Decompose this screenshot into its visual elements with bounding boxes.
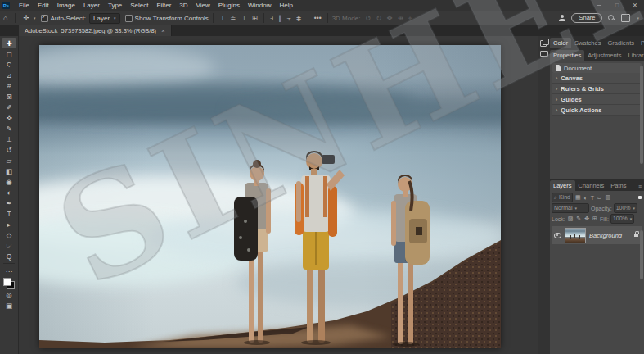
history-brush-tool[interactable]: ↺ <box>2 144 16 155</box>
tab-properties[interactable]: Properties <box>550 50 584 61</box>
fill-value[interactable]: 100%▾ <box>610 214 634 224</box>
section-canvas[interactable]: › Canvas <box>552 73 642 84</box>
lasso-tool[interactable]: Ϛ <box>2 59 16 70</box>
layers-scrollbar[interactable] <box>640 230 643 279</box>
menu-type[interactable]: Type <box>104 2 126 9</box>
filter-toggle[interactable] <box>638 196 642 199</box>
canvas-document[interactable] <box>39 45 501 348</box>
screen-mode-button[interactable]: ▣ <box>2 300 16 311</box>
quick-mask-button[interactable]: ◎ <box>2 289 16 300</box>
menu-layer[interactable]: Layer <box>79 2 104 9</box>
layer-row-background[interactable]: Background <box>552 226 642 244</box>
dodge-tool[interactable]: ◐ <box>2 187 16 197</box>
lock-all-icon[interactable]: ⊞ <box>592 216 598 222</box>
layer-thumbnail[interactable] <box>565 228 586 243</box>
maximize-button[interactable]: □ <box>608 2 626 9</box>
tab-close-icon[interactable]: × <box>161 27 165 34</box>
tab-patterns[interactable]: Patterns <box>637 38 644 48</box>
gradient-tool[interactable]: ◧ <box>2 166 16 176</box>
distribute-spacing-icon[interactable]: ⋕ <box>295 14 304 22</box>
brush-tool[interactable]: ✎ <box>2 123 16 134</box>
menu-image[interactable]: Image <box>53 2 79 9</box>
tab-gradients[interactable]: Gradients <box>604 38 637 48</box>
tab-channels[interactable]: Channels <box>575 180 608 191</box>
edit-toolbar-icon[interactable]: ⋯ <box>2 266 16 276</box>
frame-tool[interactable]: ⊠ <box>2 91 16 102</box>
zoom-tool[interactable]: Q <box>2 251 16 261</box>
opacity-value[interactable]: 100%▾ <box>614 203 637 213</box>
section-rulers-grids[interactable]: › Rulers & Grids <box>552 84 642 94</box>
filter-smart-objects-icon[interactable]: ▥ <box>604 194 611 201</box>
move-tool-preset-icon[interactable]: ✛ <box>20 14 33 22</box>
menu-filter[interactable]: Filter <box>153 2 176 9</box>
comments-icon[interactable] <box>540 50 548 57</box>
menu-view[interactable]: View <box>192 2 214 9</box>
distribute-right-icon[interactable]: ⫟ <box>285 14 292 23</box>
minimize-button[interactable]: ─ <box>590 2 608 9</box>
align-canvas-icon[interactable]: ⊞ <box>250 14 259 22</box>
blend-mode-dropdown[interactable]: Normal▾ <box>552 203 589 213</box>
lock-position-icon[interactable]: ✥ <box>583 216 590 222</box>
distribute-center-icon[interactable]: ∥ <box>277 14 283 22</box>
hand-tool[interactable]: ☞ <box>2 240 16 251</box>
pen-tool[interactable]: ✒ <box>2 197 16 208</box>
tab-adjustments[interactable]: Adjustments <box>584 50 624 61</box>
blur-tool[interactable]: ◉ <box>2 176 16 187</box>
lock-transparency-icon[interactable]: ▨ <box>567 216 574 222</box>
menu-help[interactable]: Help <box>275 2 296 9</box>
clone-stamp-tool[interactable]: ⊥ <box>2 134 16 144</box>
marquee-tool[interactable]: ◻ <box>2 48 16 59</box>
canvas-area[interactable] <box>19 36 538 354</box>
shape-tool[interactable]: ◇ <box>2 229 16 240</box>
search-icon[interactable] <box>608 15 615 22</box>
eyedropper-tool[interactable]: ✐ <box>2 102 16 112</box>
align-bottom-icon[interactable]: ⊥ <box>239 14 248 22</box>
move-tool[interactable]: ✚ <box>2 38 16 48</box>
align-middle-icon[interactable]: ≐ <box>228 14 237 22</box>
tab-paths[interactable]: Paths <box>607 180 629 191</box>
tab-layers[interactable]: Layers <box>550 180 575 191</box>
auto-select-target-dropdown[interactable]: Layer▾ <box>89 13 120 24</box>
filter-adjustment-layers-icon[interactable]: ◐ <box>583 195 588 201</box>
path-selection-tool[interactable]: ▸ <box>2 219 16 229</box>
foreground-color-swatch[interactable] <box>3 278 11 286</box>
filter-type-layers-icon[interactable]: T <box>590 195 595 201</box>
distribute-left-icon[interactable]: ⫞ <box>268 14 275 23</box>
tab-libraries[interactable]: Libraries <box>624 50 644 61</box>
more-options-icon[interactable]: ••• <box>313 14 323 22</box>
menu-window[interactable]: Window <box>244 2 275 9</box>
version-history-icon[interactable] <box>540 39 548 46</box>
healing-brush-tool[interactable]: ✜ <box>2 112 16 123</box>
auto-select-checkbox[interactable] <box>41 15 48 22</box>
section-guides[interactable]: › Guides <box>552 94 642 105</box>
home-icon[interactable]: ⌂ <box>0 14 11 22</box>
menu-file[interactable]: File <box>15 2 34 9</box>
lock-pixels-icon[interactable]: ✎ <box>575 216 582 222</box>
object-selection-tool[interactable]: ⊿ <box>2 70 16 80</box>
tab-color[interactable]: Color <box>550 38 571 48</box>
menu-edit[interactable]: Edit <box>34 2 53 9</box>
menu-3d[interactable]: 3D <box>175 2 191 9</box>
filter-shape-layers-icon[interactable]: ▱ <box>597 194 602 201</box>
layer-name[interactable]: Background <box>589 232 631 239</box>
show-transform-controls-checkbox[interactable] <box>125 15 133 22</box>
type-tool[interactable]: T <box>2 208 16 219</box>
close-button[interactable]: ✕ <box>626 2 644 9</box>
align-top-icon[interactable]: ⊤ <box>218 14 227 22</box>
layer-filter-kind-dropdown[interactable]: ⌕ Kind <box>552 193 573 202</box>
section-quick-actions[interactable]: › Quick Actions <box>552 105 642 116</box>
crop-tool[interactable]: # <box>2 80 16 91</box>
chevron-down-icon[interactable]: ▾ <box>637 16 639 20</box>
tab-swatches[interactable]: Swatches <box>571 38 605 48</box>
share-button[interactable]: Share <box>571 13 602 23</box>
eraser-tool[interactable]: ▱ <box>2 155 16 166</box>
document-tab[interactable]: AdobeStock_573973582.jpeg @ 33.3% (RGB/8… <box>19 25 172 36</box>
account-avatar-icon[interactable] <box>559 15 565 21</box>
visibility-eye-icon[interactable] <box>554 233 561 238</box>
menu-select[interactable]: Select <box>126 2 152 9</box>
filter-pixel-layers-icon[interactable]: ▦ <box>574 194 582 201</box>
menu-plugins[interactable]: Plugins <box>214 2 244 9</box>
panel-menu-icon[interactable]: ≡ <box>638 184 644 191</box>
properties-scrollbar[interactable] <box>640 66 643 164</box>
workspace-switcher-icon[interactable] <box>621 14 630 22</box>
